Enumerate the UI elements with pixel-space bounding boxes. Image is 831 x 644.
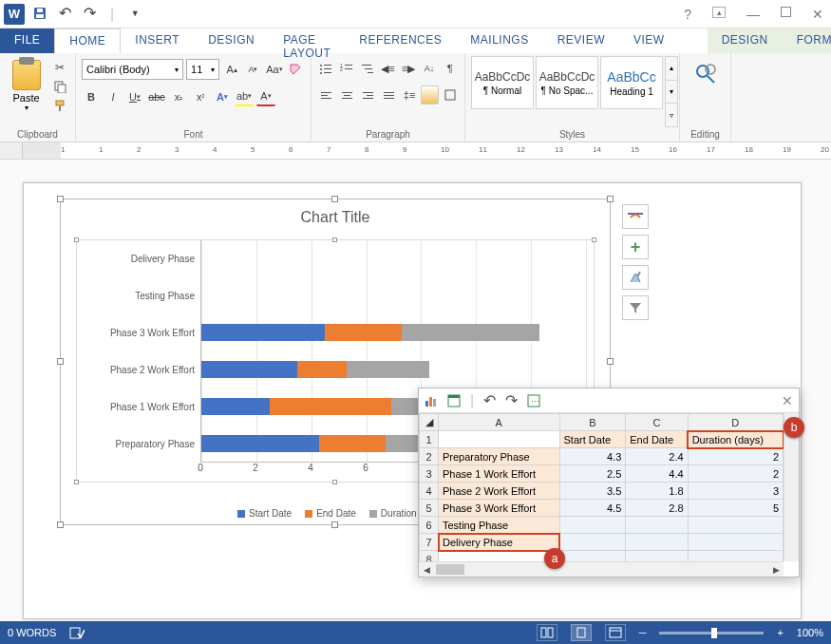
cell[interactable]: Delivery Phase	[439, 534, 560, 551]
chart-styles-icon[interactable]	[622, 265, 649, 290]
cell[interactable]: Phase 1 Work Effort	[439, 465, 560, 483]
justify-button[interactable]	[380, 85, 398, 104]
word-count[interactable]: 0 WORDS	[8, 627, 56, 638]
cell[interactable]: Duration (days)	[688, 431, 783, 448]
chart-elements-icon[interactable]: +	[622, 235, 649, 259]
sort-button[interactable]: A↓	[421, 59, 439, 78]
zoom-out-icon[interactable]: ─	[639, 627, 647, 638]
resize-handle[interactable]	[331, 196, 338, 202]
cell[interactable]	[688, 534, 783, 551]
subscript-button[interactable]: x₂	[169, 87, 188, 106]
redo-icon[interactable]: ↷	[82, 6, 97, 21]
style-up-icon[interactable]: ▴	[666, 57, 677, 81]
corner-cell[interactable]: ◢	[420, 414, 439, 431]
cell[interactable]	[626, 517, 688, 534]
bar-segment[interactable]	[201, 324, 325, 341]
cell[interactable]: Start Date	[559, 431, 626, 448]
data-grid-table[interactable]: ◢ A B C D 1 Start Date End Date Duration…	[419, 413, 784, 561]
cell[interactable]	[439, 551, 560, 562]
bar-segment[interactable]	[270, 398, 390, 415]
read-mode-icon[interactable]	[537, 624, 557, 641]
borders-button[interactable]	[442, 85, 459, 104]
bar-segment[interactable]	[201, 361, 297, 378]
cell[interactable]	[559, 517, 626, 534]
cell[interactable]: 1.8	[626, 483, 688, 500]
style-no-spacing[interactable]: AaBbCcDc¶ No Spac...	[536, 56, 598, 109]
bar-segment[interactable]	[201, 435, 319, 452]
tab-page-layout[interactable]: PAGE LAYOUT	[269, 28, 345, 53]
resize-handle[interactable]	[74, 480, 79, 484]
resize-handle[interactable]	[57, 196, 64, 202]
web-layout-icon[interactable]	[605, 624, 626, 641]
resize-handle[interactable]	[607, 196, 614, 202]
cell[interactable]: 2.4	[626, 448, 688, 465]
cell[interactable]	[559, 534, 626, 551]
row-header[interactable]: 3	[420, 465, 439, 483]
chart-title[interactable]: Chart Title	[61, 199, 610, 232]
style-heading-1[interactable]: AaBbCcHeading 1	[600, 56, 663, 109]
align-center-button[interactable]	[338, 85, 356, 104]
bullets-button[interactable]	[317, 59, 335, 78]
bar-segment[interactable]	[297, 361, 347, 378]
cell[interactable]	[688, 517, 783, 534]
more-icon[interactable]: ⋯	[527, 394, 540, 407]
shading-button[interactable]	[421, 85, 438, 104]
maximize-icon[interactable]	[781, 7, 791, 17]
change-case-button[interactable]: Aa▾	[265, 60, 283, 79]
tab-review[interactable]: REVIEW	[543, 28, 619, 53]
resize-handle[interactable]	[57, 358, 64, 365]
cell[interactable]: Preparatory Phase	[439, 448, 560, 465]
style-normal[interactable]: AaBbCcDc¶ Normal	[471, 56, 534, 109]
scroll-thumb[interactable]	[436, 564, 464, 575]
undo-icon[interactable]: ↶	[483, 391, 496, 409]
line-spacing-button[interactable]: ‡≡	[401, 85, 418, 104]
text-effects-button[interactable]: A▾	[213, 87, 232, 106]
bold-button[interactable]: B	[82, 87, 101, 106]
proofing-icon[interactable]	[69, 626, 85, 639]
row-header[interactable]: 5	[420, 500, 439, 517]
col-header[interactable]: B	[559, 414, 626, 431]
cell[interactable]: 2.5	[559, 465, 626, 483]
cell[interactable]	[439, 431, 560, 448]
zoom-slider[interactable]	[659, 632, 764, 635]
resize-handle[interactable]	[57, 521, 64, 528]
chart-filters-icon[interactable]	[622, 295, 649, 320]
underline-button[interactable]: U▾	[125, 87, 144, 106]
cell[interactable]: 5	[688, 500, 783, 517]
cell[interactable]: 2.8	[626, 500, 688, 517]
decrease-indent-button[interactable]: ◀≡	[379, 59, 397, 78]
print-layout-icon[interactable]	[571, 624, 592, 641]
close-icon[interactable]: ✕	[808, 7, 827, 22]
resize-handle[interactable]	[607, 358, 614, 365]
tab-view[interactable]: VIEW	[619, 28, 679, 53]
cell[interactable]: 4.4	[626, 465, 688, 483]
row-header[interactable]: 7	[420, 534, 439, 551]
cell[interactable]: Phase 2 Work Effort	[439, 483, 560, 500]
copy-icon[interactable]	[50, 79, 69, 94]
font-color-button[interactable]: A▾	[256, 87, 275, 106]
zoom-in-icon[interactable]: +	[777, 627, 783, 638]
find-icon[interactable]	[691, 60, 720, 88]
cell[interactable]: 2	[688, 448, 783, 465]
style-more-icon[interactable]: ▿	[666, 104, 677, 126]
tab-insert[interactable]: INSERT	[121, 28, 194, 53]
tab-references[interactable]: REFERENCES	[345, 28, 456, 53]
row-header[interactable]: 1	[420, 431, 439, 448]
highlight-button[interactable]: ab▾	[235, 87, 254, 106]
cell[interactable]	[626, 551, 688, 562]
bar-segment[interactable]	[319, 435, 385, 452]
row-header[interactable]: 6	[420, 517, 439, 534]
horizontal-scrollbar[interactable]: ◀ ▶	[419, 561, 784, 577]
help-icon[interactable]: ?	[680, 7, 695, 22]
col-header[interactable]: A	[439, 414, 560, 431]
cell[interactable]: 3.5	[559, 483, 626, 500]
cell[interactable]: 4.3	[559, 448, 626, 465]
tab-file[interactable]: FILE	[0, 28, 54, 53]
minimize-icon[interactable]: —	[743, 7, 764, 22]
horizontal-ruler[interactable]: 11234567891011121314151617181920	[0, 142, 831, 160]
tab-mailings[interactable]: MAILINGS	[456, 28, 542, 53]
tab-chart-format[interactable]: FORMAT	[783, 28, 831, 53]
ribbon-options-icon[interactable]: ▴	[712, 7, 726, 18]
numbering-button[interactable]: 12	[338, 59, 356, 78]
resize-handle[interactable]	[331, 521, 338, 528]
